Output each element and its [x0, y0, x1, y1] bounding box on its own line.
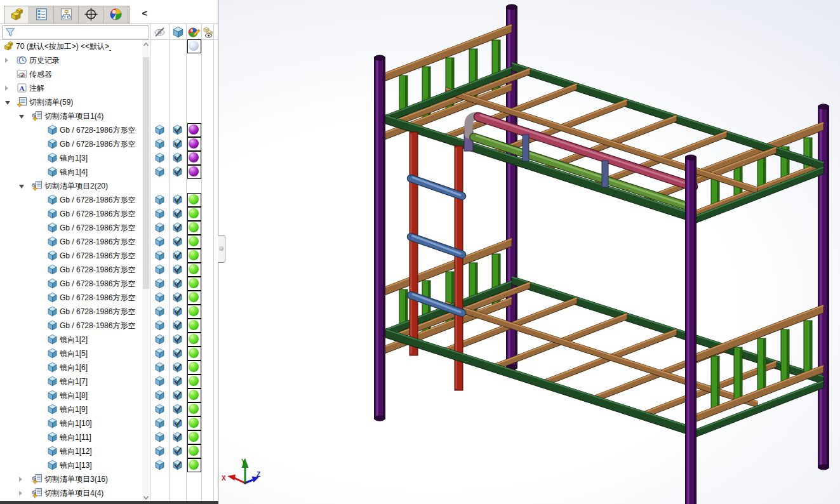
hide-cell-cube-icon[interactable]	[154, 222, 165, 233]
tree-row[interactable]: Gb / 6728-1986方形空	[0, 123, 218, 137]
tree-row[interactable]: 切割清单(59)	[0, 95, 218, 109]
hide-cell-cube-icon[interactable]	[154, 418, 165, 428]
panel-collapse-button[interactable]: <	[140, 7, 150, 20]
appearance-ball[interactable]	[187, 207, 201, 221]
check-cell-cube-icon[interactable]	[172, 334, 183, 345]
appearance-ball[interactable]	[187, 361, 201, 375]
hide-cell-cube-icon[interactable]	[154, 320, 165, 331]
appearance-ball[interactable]	[187, 388, 201, 402]
expand-arrow[interactable]	[5, 58, 8, 63]
appearance-ball[interactable]	[187, 291, 201, 305]
tree-row[interactable]: 镜向1[11]	[0, 430, 218, 444]
appearance-ball[interactable]	[187, 137, 201, 151]
tree-row[interactable]: Gb / 6728-1986方形空	[0, 319, 218, 333]
tree-row[interactable]: 镜向1[3]	[0, 151, 218, 165]
hide-cell-cube-icon[interactable]	[154, 362, 165, 373]
appearance-ball[interactable]	[187, 165, 201, 179]
tree-row[interactable]: 镜向1[13]	[0, 458, 218, 472]
hide-cell-cube-icon[interactable]	[154, 334, 165, 345]
hide-cell-cube-icon[interactable]	[154, 432, 165, 442]
tree-row[interactable]: A注解	[0, 81, 218, 95]
scroll-up-icon[interactable]	[142, 41, 150, 48]
hide-cell-cube-icon[interactable]	[154, 138, 165, 149]
tab-dimxpert-manager[interactable]	[79, 6, 103, 23]
appearance-ball[interactable]	[187, 193, 201, 207]
check-cell-cube-icon[interactable]	[172, 138, 183, 149]
panel-splitter-handle[interactable]	[218, 235, 225, 263]
appearance-ball[interactable]	[187, 263, 201, 277]
solid-bodies-column-icon[interactable]	[172, 26, 184, 38]
appearance-ball[interactable]	[187, 402, 201, 416]
check-cell-cube-icon[interactable]	[172, 222, 183, 233]
expand-arrow[interactable]	[19, 115, 24, 119]
tree-row[interactable]: 镜向1[4]	[0, 165, 218, 179]
check-cell-cube-icon[interactable]	[172, 460, 183, 470]
appearance-ball[interactable]	[187, 430, 201, 444]
appearance-ball[interactable]	[187, 319, 201, 333]
tree-row[interactable]: Gb / 6728-1986方形空	[0, 137, 218, 151]
tree-row[interactable]: 镜向1[7]	[0, 375, 218, 388]
check-cell-cube-icon[interactable]	[172, 390, 183, 401]
expand-arrow[interactable]	[5, 101, 10, 105]
filter-input[interactable]	[2, 25, 149, 39]
hide-cell-cube-icon[interactable]	[154, 236, 165, 247]
tree-row[interactable]: 切割清单项目1(4)	[0, 109, 218, 123]
hide-cell-cube-icon[interactable]	[154, 264, 165, 275]
appearance-ball[interactable]	[187, 39, 201, 53]
hide-cell-cube-icon[interactable]	[154, 306, 165, 317]
hide-cell-cube-icon[interactable]	[154, 292, 165, 303]
check-cell-cube-icon[interactable]	[172, 306, 183, 317]
check-cell-cube-icon[interactable]	[172, 278, 183, 289]
hide-cell-cube-icon[interactable]	[154, 208, 165, 219]
bunk-bed-model[interactable]: X Y Z	[218, 0, 840, 504]
appearance-ball[interactable]	[187, 221, 201, 235]
hide-cell-cube-icon[interactable]	[154, 460, 165, 470]
tab-configuration-manager[interactable]	[54, 6, 79, 23]
tab-property-manager[interactable]	[29, 6, 54, 23]
check-cell-cube-icon[interactable]	[172, 194, 183, 205]
check-cell-cube-icon[interactable]	[172, 376, 183, 387]
check-cell-cube-icon[interactable]	[172, 362, 183, 373]
appearance-ball[interactable]	[187, 277, 201, 291]
tree-row[interactable]: Gb / 6728-1986方形空	[0, 193, 218, 207]
appearance-ball[interactable]	[187, 249, 201, 263]
hide-cell-cube-icon[interactable]	[154, 152, 165, 163]
appearance-ball[interactable]	[187, 333, 201, 347]
check-cell-cube-icon[interactable]	[172, 404, 183, 414]
tree-row[interactable]: Gb / 6728-1986方形空	[0, 291, 218, 305]
tree-row[interactable]: Gb / 6728-1986方形空	[0, 263, 218, 277]
appearance-ball[interactable]	[187, 305, 201, 319]
tree-row[interactable]: 镜向1[8]	[0, 388, 218, 402]
hide-cell-cube-icon[interactable]	[154, 124, 165, 135]
expand-arrow[interactable]	[19, 477, 22, 482]
tree-row[interactable]: Gb / 6728-1986方形空	[0, 277, 218, 291]
check-cell-cube-icon[interactable]	[172, 152, 183, 163]
hide-cell-cube-icon[interactable]	[154, 250, 165, 261]
appearance-ball[interactable]	[187, 151, 201, 165]
appearance-ball[interactable]	[187, 235, 201, 249]
check-cell-cube-icon[interactable]	[172, 124, 183, 135]
appearance-ball[interactable]	[187, 347, 201, 361]
tree-row[interactable]: 镜向1[12]	[0, 444, 218, 458]
tree-row[interactable]: 历史记录	[0, 53, 218, 67]
hide-cell-cube-icon[interactable]	[154, 348, 165, 359]
hide-show-column-icon[interactable]	[154, 26, 166, 38]
hide-cell-cube-icon[interactable]	[154, 446, 165, 456]
tree-row[interactable]: 切割清单项目4(4)	[0, 486, 218, 500]
tree-row[interactable]: Gb / 6728-1986方形空	[0, 207, 218, 221]
tree-row[interactable]: 70 (默认<按加工>) <<默认>_显示状	[0, 39, 218, 53]
scrollbar-thumb[interactable]	[143, 57, 149, 289]
check-cell-cube-icon[interactable]	[172, 264, 183, 275]
appearance-ball[interactable]	[187, 375, 201, 388]
tree-row[interactable]: Gb / 6728-1986方形空	[0, 221, 218, 235]
expand-arrow[interactable]	[5, 86, 8, 91]
tree-row[interactable]: 切割清单项目3(16)	[0, 472, 218, 486]
tree-row[interactable]: 镜向1[2]	[0, 333, 218, 347]
tree-row[interactable]: Gb / 6728-1986方形空	[0, 249, 218, 263]
tab-feature-manager[interactable]	[4, 6, 29, 23]
tree-row[interactable]: Gb / 6728-1986方形空	[0, 305, 218, 319]
check-cell-cube-icon[interactable]	[172, 446, 183, 456]
hide-cell-cube-icon[interactable]	[154, 376, 165, 387]
hide-cell-cube-icon[interactable]	[154, 278, 165, 289]
tab-display-manager[interactable]	[103, 6, 128, 23]
